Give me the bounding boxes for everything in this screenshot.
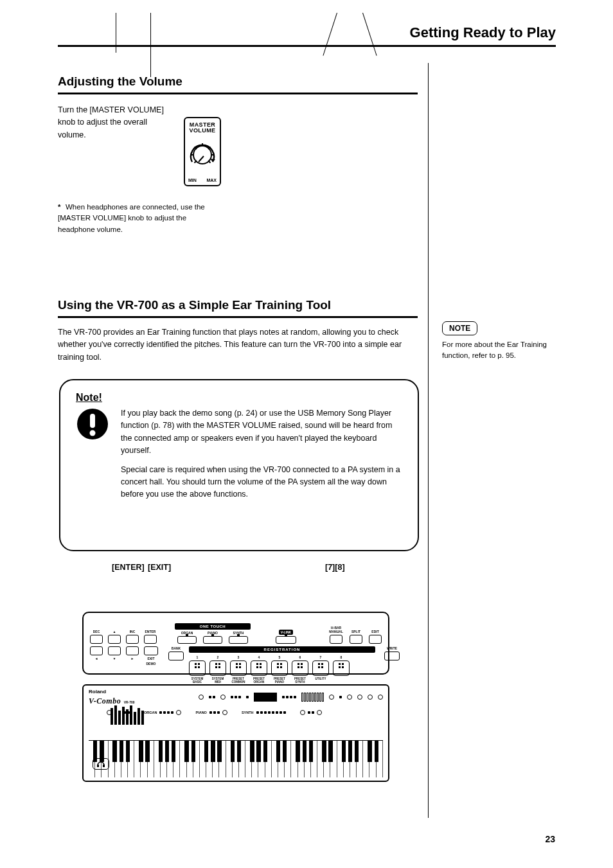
button-row-icon	[209, 711, 220, 714]
headphone-jack-icon	[93, 758, 109, 770]
brand-label: Roland	[89, 689, 135, 695]
note-paragraph-1: If you play back the demo song (p. 24) o…	[121, 407, 402, 457]
panel-callout-labels: [ENTER] [EXIT] [7][8]	[100, 563, 383, 589]
mini-knob-icon	[368, 695, 373, 700]
hbar-manual-button	[330, 635, 342, 644]
label-edit: EDIT	[371, 630, 378, 633]
button-row-icon	[209, 696, 215, 698]
label-hbar-manual: H-BAR MANUAL	[329, 626, 343, 633]
mini-knob-icon	[329, 695, 334, 700]
mini-knob-icon	[220, 695, 226, 700]
label-split: SPLIT	[351, 630, 360, 633]
button-row-icon	[282, 696, 296, 698]
synth-button	[229, 636, 248, 644]
pitch-bend-bars-icon	[109, 703, 154, 725]
label-left: ◄	[95, 657, 98, 660]
control-panel-diagram: DEC ▲ INC ENTER ONE TOUCH ORGAN PIANO SY…	[82, 612, 389, 675]
ear-training-intro: The VR-700 provides an Ear Training func…	[58, 326, 414, 364]
piano-button	[203, 636, 222, 644]
warning-icon	[76, 407, 109, 441]
registration-bar: REGISTRATION	[189, 646, 375, 653]
registration-button-3: 3PRESET COMMON	[230, 655, 247, 684]
volume-headphone-note: *When headphones are connected, use the …	[58, 202, 225, 235]
svg-rect-12	[97, 765, 99, 767]
svg-point-11	[90, 430, 96, 436]
label-enter: [ENTER]	[112, 563, 145, 572]
one-touch-bar: ONE TOUCH	[175, 623, 251, 630]
section-heading-ear-training: Using the VR-700 as a Simple Ear Trainin…	[58, 298, 418, 318]
bank-button	[168, 651, 184, 660]
knob-min-label: MIN	[188, 178, 197, 182]
note-reference-badge: NOTE	[442, 321, 477, 335]
mid-label-synth: SYNTH	[242, 711, 254, 714]
label-bank: BANK	[172, 646, 181, 650]
svg-line-8	[199, 156, 204, 162]
enter-button	[144, 635, 157, 644]
edit-button	[369, 635, 382, 644]
label-inc: INC	[130, 630, 136, 633]
side-column-divider	[428, 63, 429, 818]
knob-max-label: MAX	[206, 178, 217, 182]
split-button	[350, 635, 362, 644]
note-heading: Note!	[76, 392, 402, 403]
dec-button	[90, 635, 103, 644]
button-row-icon	[159, 711, 173, 714]
svg-rect-13	[103, 765, 105, 767]
side-note: NOTE For more about the Ear Training fun…	[442, 321, 555, 362]
leader-line	[150, 13, 151, 77]
section-heading-volume: Adjusting the Volume	[58, 75, 418, 94]
label-up: ▲	[113, 630, 116, 633]
mid-label-piano: PIANO	[195, 711, 206, 714]
exit-button	[144, 646, 158, 655]
note-callout-box: Note! If you play back the demo song (p.…	[59, 379, 419, 551]
knob-label-line2: VOLUME	[190, 128, 216, 134]
mini-knob-icon	[347, 695, 352, 700]
leader-line	[116, 13, 116, 53]
mini-knob-icon	[378, 695, 383, 700]
label-exit-small: EXIT	[147, 657, 154, 660]
label-right: ►	[131, 657, 134, 660]
piano-keys-icon	[89, 740, 383, 777]
mini-knob-icon	[317, 710, 322, 715]
asterisk-icon: *	[58, 202, 66, 213]
registration-button-1: 1SYSTEM BASIC	[189, 655, 206, 684]
master-volume-knob-diagram: MASTER VOLUME	[184, 117, 221, 186]
mini-knob-icon	[199, 695, 204, 700]
registration-button-7: 7UTILITY	[312, 655, 329, 680]
page-number: 23	[545, 834, 555, 844]
label-demo: DEMO	[147, 662, 156, 666]
side-note-text: For more about the Ear Training function…	[442, 339, 555, 362]
button-row-icon	[308, 711, 314, 714]
button-row-icon	[246, 696, 249, 698]
left-button	[90, 646, 103, 655]
right-button	[126, 646, 139, 655]
volume-headphone-note-text: When headphones are connected, use the […	[58, 203, 205, 233]
button-row-icon	[256, 711, 286, 714]
up-button	[108, 635, 121, 644]
note-paragraph-2: Special care is required when using the …	[121, 464, 402, 501]
mini-display-icon	[254, 693, 277, 702]
registration-button-6: 6PRESET SYNTH	[292, 655, 308, 684]
page-title: Getting Ready to Play	[58, 24, 556, 47]
label-enter-small: ENTER	[145, 630, 156, 633]
volume-paragraph: Turn the [MASTER VOLUME] knob to adjust …	[58, 104, 173, 141]
mini-knob-icon	[357, 695, 362, 700]
registration-button-5: 5PRESET PIANO	[271, 655, 288, 684]
write-button	[384, 651, 400, 660]
mini-knob-icon	[300, 710, 305, 715]
organ-button	[177, 636, 197, 644]
svg-rect-10	[90, 414, 95, 428]
button-row-icon	[339, 696, 342, 698]
label-exit: [EXIT]	[148, 563, 171, 572]
label-write: WRITE	[387, 646, 397, 650]
mini-knob-icon	[222, 710, 227, 715]
label-seven-eight: [7][8]	[325, 563, 345, 572]
label-dec: DEC	[93, 630, 100, 633]
vlink-button	[276, 636, 296, 644]
registration-button-8: 8	[333, 655, 350, 677]
inc-button	[126, 635, 139, 644]
label-down: ▼	[113, 657, 116, 660]
registration-button-2: 2SYSTEM MIDI	[209, 655, 226, 684]
button-row-icon	[231, 696, 241, 698]
down-button	[108, 646, 121, 655]
